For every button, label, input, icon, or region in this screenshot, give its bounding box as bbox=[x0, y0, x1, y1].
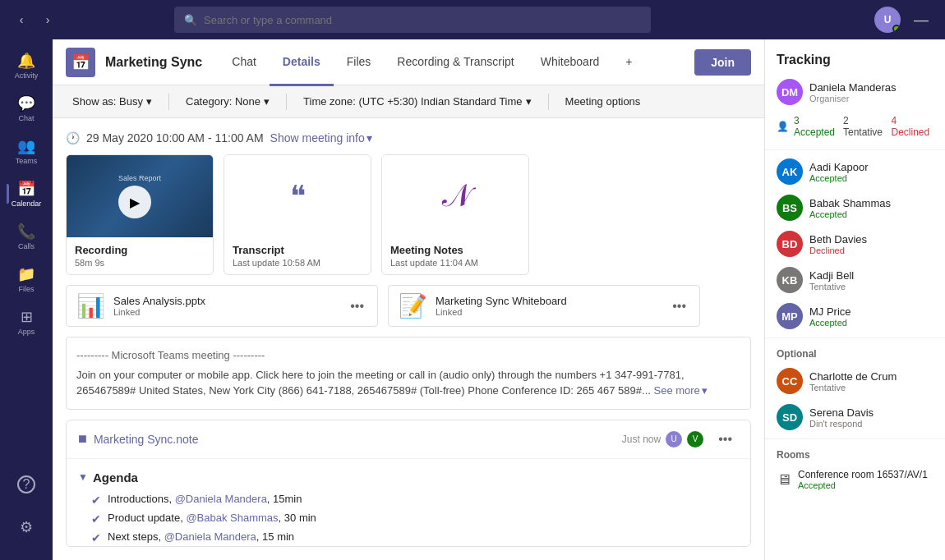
attendee-status-3: Declined bbox=[809, 246, 867, 255]
file-item-pptx[interactable]: 📊 Sales Analysis.pptx Linked ••• bbox=[66, 285, 378, 327]
tab-recording[interactable]: Recording & Transcript bbox=[384, 40, 527, 86]
optional-row-1: CC Charlotte de Crum Tentative bbox=[765, 363, 945, 399]
agenda-section-header[interactable]: ▼ Agenda bbox=[78, 470, 739, 484]
sidebar-item-chat[interactable]: 💬 Chat bbox=[7, 89, 46, 128]
meeting-options-button[interactable]: Meeting options bbox=[559, 92, 648, 111]
avatar[interactable]: U bbox=[874, 7, 901, 33]
attendee-name-3: Beth Davies bbox=[809, 233, 867, 246]
search-bar[interactable]: 🔍 bbox=[174, 7, 651, 33]
sidebar-label-calls: Calls bbox=[18, 242, 35, 250]
file-menu-pptx[interactable]: ••• bbox=[347, 296, 367, 317]
sidebar-item-calls[interactable]: 📞 Calls bbox=[7, 217, 46, 256]
tab-add[interactable]: + bbox=[612, 40, 645, 86]
category-button[interactable]: Category: None ▾ bbox=[179, 92, 276, 111]
show-busy-button[interactable]: Show as: Busy ▾ bbox=[66, 92, 159, 111]
desc-text: Join on your computer or mobile app. Cli… bbox=[76, 369, 685, 397]
notes-menu-button[interactable]: ••• bbox=[712, 429, 739, 450]
sidebar-item-apps[interactable]: ⊞ Apps bbox=[7, 302, 46, 342]
tab-whiteboard[interactable]: Whiteboard bbox=[528, 40, 613, 86]
attendee-avatar-4: KB bbox=[777, 267, 803, 293]
search-input[interactable] bbox=[204, 14, 641, 26]
transcript-subtitle: Last update 10:58 AM bbox=[233, 258, 362, 268]
collapse-icon: ▼ bbox=[78, 471, 88, 483]
check-icon-1: ✔ bbox=[91, 493, 101, 507]
room-row-1: 🖥 Conference room 16537/AV/1 Accepted bbox=[765, 464, 945, 495]
transcript-card[interactable]: ❝ Transcript Last update 10:58 AM bbox=[224, 154, 371, 275]
meeting-icon: 📅 bbox=[66, 48, 95, 77]
clock-icon: 🕐 bbox=[66, 131, 80, 145]
timezone-button[interactable]: Time zone: (UTC +5:30) Indian Standard T… bbox=[297, 92, 538, 111]
recording-thumbnail: Sales Report ▶ bbox=[67, 155, 213, 237]
back-button[interactable]: ‹ bbox=[10, 8, 33, 31]
optional-name-1: Charlotte de Crum bbox=[809, 370, 897, 383]
organizer-role: Organiser bbox=[809, 94, 897, 103]
organizer-avatar: DM bbox=[777, 79, 803, 105]
pptx-icon: 📊 bbox=[76, 292, 105, 319]
onenote-file-icon: ■ bbox=[78, 430, 87, 448]
whiteboard-icon: 📝 bbox=[399, 292, 427, 319]
settings-icon: ⚙ bbox=[20, 518, 33, 536]
sidebar-label-apps: Apps bbox=[18, 328, 35, 336]
recording-card[interactable]: Sales Report ▶ Recording 58m 9s bbox=[66, 154, 214, 275]
top-bar-right: U — bbox=[874, 7, 935, 33]
see-more-button[interactable]: See more ▾ bbox=[653, 383, 707, 399]
sidebar: 🔔 Activity 💬 Chat 👥 Teams 📅 Calendar 📞 C… bbox=[0, 39, 53, 560]
sidebar-item-help[interactable]: ? bbox=[7, 465, 46, 504]
notes-header: ■ Marketing Sync.note Just now U V ••• bbox=[67, 420, 750, 459]
minimize-button[interactable]: — bbox=[907, 8, 935, 32]
sidebar-item-activity[interactable]: 🔔 Activity bbox=[7, 46, 46, 85]
optional-status-2: Din't respond bbox=[809, 419, 874, 429]
sidebar-label-teams: Teams bbox=[16, 157, 38, 165]
sidebar-label-chat: Chat bbox=[18, 114, 34, 122]
datetime-text: 29 May 2020 10:00 AM - 11:00 AM bbox=[86, 131, 264, 145]
tracking-title: Tracking bbox=[765, 39, 945, 74]
tab-files[interactable]: Files bbox=[334, 40, 385, 86]
notes-avatar-1: U bbox=[664, 429, 684, 449]
tab-details[interactable]: Details bbox=[270, 40, 334, 86]
tab-chat[interactable]: Chat bbox=[219, 40, 270, 86]
check-icon-3: ✔ bbox=[91, 531, 101, 544]
quote-icon: ❝ bbox=[290, 179, 306, 213]
right-panel: Tracking DM Daniela Manderas Organiser 👤… bbox=[764, 39, 945, 560]
notes-avatar-2: V bbox=[685, 429, 705, 449]
sidebar-item-files[interactable]: 📁 Files bbox=[7, 259, 46, 299]
agenda-label: Agenda bbox=[93, 470, 138, 484]
forward-button[interactable]: › bbox=[36, 8, 59, 31]
attendee-name-4: Kadji Bell bbox=[809, 269, 854, 282]
optional-status-1: Tentative bbox=[809, 383, 897, 392]
notes-thumbnail: 𝒩 bbox=[382, 155, 528, 237]
stat-declined: 4 Declined bbox=[891, 115, 933, 138]
join-button[interactable]: Join bbox=[694, 49, 751, 76]
attendee-row-5: MP MJ Price Accepted bbox=[765, 298, 945, 334]
optional-label: Optional bbox=[765, 342, 945, 363]
onenote-icon: 𝒩 bbox=[443, 178, 468, 214]
file-menu-whiteboard[interactable]: ••• bbox=[669, 296, 689, 317]
file-info-whiteboard: Marketing Sync Whiteboard Linked bbox=[436, 295, 661, 317]
sidebar-label-calendar: Calendar bbox=[12, 200, 42, 208]
files-icon: 📁 bbox=[17, 265, 35, 283]
meeting-description: --------- Microsoft Teams meeting ------… bbox=[66, 337, 751, 410]
apps-icon: ⊞ bbox=[21, 308, 33, 326]
rooms-label: Rooms bbox=[765, 443, 945, 464]
recording-duration: 58m 9s bbox=[75, 258, 205, 268]
sidebar-label-activity: Activity bbox=[15, 71, 39, 80]
whiteboard-name: Marketing Sync Whiteboard bbox=[436, 295, 661, 307]
room-icon: 🖥 bbox=[777, 471, 791, 489]
sidebar-item-calendar[interactable]: 📅 Calendar bbox=[7, 174, 46, 213]
check-icon-2: ✔ bbox=[91, 512, 101, 526]
sidebar-item-settings[interactable]: ⚙ bbox=[7, 507, 46, 547]
room-name: Conference room 16537/AV/1 bbox=[798, 469, 928, 480]
app-body: 🔔 Activity 💬 Chat 👥 Teams 📅 Calendar 📞 C… bbox=[0, 39, 945, 560]
attendee-avatar-1: AK bbox=[777, 158, 803, 185]
show-meeting-info-button[interactable]: Show meeting info ▾ bbox=[270, 131, 372, 145]
meeting-notes-card[interactable]: 𝒩 Meeting Notes Last update 11:04 AM bbox=[381, 154, 529, 275]
file-item-whiteboard[interactable]: 📝 Marketing Sync Whiteboard Linked ••• bbox=[388, 285, 700, 327]
toolbar-separator3 bbox=[548, 94, 549, 110]
notes-card-title: Meeting Notes bbox=[390, 244, 520, 256]
attendee-status-5: Accepted bbox=[809, 318, 851, 328]
sidebar-item-teams[interactable]: 👥 Teams bbox=[7, 131, 46, 171]
play-icon: ▶ bbox=[118, 186, 151, 218]
whiteboard-status: Linked bbox=[436, 307, 661, 317]
notes-avatars: U V bbox=[667, 429, 705, 449]
notes-filename[interactable]: Marketing Sync.note bbox=[94, 433, 199, 446]
